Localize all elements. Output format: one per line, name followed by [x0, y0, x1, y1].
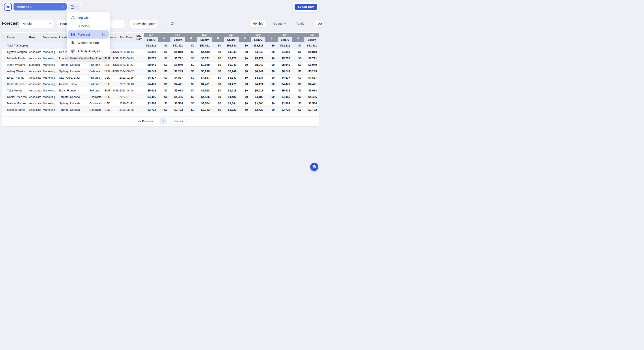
cell-start-date: 2023-08-26: [120, 106, 136, 113]
chat-fab-button[interactable]: [310, 163, 318, 171]
menu-item-label: Forecast: [78, 32, 90, 36]
cell-name: Albert Williams: [2, 61, 29, 68]
column-header-start-date: Start Date: [120, 33, 136, 42]
entity-select[interactable]: People: [18, 19, 54, 28]
salary-subheader: Salary: [197, 37, 212, 42]
cell-location: Sao Paulo, Brazil: [59, 74, 90, 81]
cell-end-date: [136, 61, 144, 68]
cell-delta: $0: [266, 49, 278, 55]
menu-item-org-chart[interactable]: Org Chart: [68, 13, 109, 22]
delta-subheader: Δ: [212, 33, 224, 42]
forecast-icon: [71, 32, 75, 36]
column-header-name: Name: [2, 33, 29, 42]
cell-currency: USD: [104, 74, 120, 81]
table-row[interactable]: Tyler MunozAssociateMarketingParis, Fran…: [2, 87, 319, 94]
page-number[interactable]: 1: [160, 118, 167, 124]
search-button[interactable]: [170, 21, 175, 26]
cell-salary: $5,772: [197, 55, 212, 61]
cell-salary: $5,918: [224, 87, 238, 94]
table-row[interactable]: Cynthia MorganAssociateMarketingSao Paul…: [2, 49, 319, 55]
cell-start-date: 2020-02-22: [120, 100, 136, 106]
salary-subheader: Salary: [224, 37, 238, 42]
cell-name: Michael Burke: [2, 106, 29, 113]
cell-delta: $0: [238, 68, 251, 74]
table-row[interactable]: Erica ThomasAssociateMarketingSao Paulo,…: [2, 74, 319, 81]
delta-subheader: Δ: [158, 33, 170, 42]
cell-salary: $5,918: [144, 87, 158, 94]
cell-delta: $0: [292, 42, 304, 49]
table-row[interactable]: Michelle DavisAssociateMarketingLondon, …: [2, 55, 319, 61]
table-row[interactable]: Krista HerreraAssociateMarketingMumbai, …: [2, 81, 319, 87]
cell-delta: $0: [266, 87, 278, 94]
table-row[interactable]: Melissa BarnesAssociateMarketingSydney, …: [2, 100, 319, 106]
cell-delta: $0: [185, 87, 197, 94]
cell-end-date: [136, 106, 144, 113]
cell-delta: $0: [238, 49, 251, 55]
nav-menu-toggle[interactable]: [68, 3, 81, 10]
previous-page-button[interactable]: << Previous: [135, 118, 156, 124]
cell-delta: $0: [266, 68, 278, 74]
tab-monthly[interactable]: Monthly: [250, 20, 266, 27]
cell-salary: $3,722: [304, 106, 319, 113]
cell-employment: Contractor: [90, 94, 104, 100]
cell-delta: $0: [238, 81, 251, 87]
cell-salary: $8,949: [170, 61, 185, 68]
cell-location: Paris, France: [59, 87, 90, 94]
cell-salary: $5,772: [251, 55, 266, 61]
app-root: scenario 1 Export CSV Forecast Peop: [0, 0, 322, 175]
tab-yearly[interactable]: Yearly: [294, 20, 307, 27]
cell-start-date: 2023-04-08: [120, 87, 136, 94]
export-csv-button[interactable]: Export CSV: [294, 4, 317, 10]
table-row[interactable]: Daniel Price MDAssociateMarketingToronto…: [2, 94, 319, 100]
cell-role: Associate: [29, 100, 43, 106]
show-changes-select[interactable]: Show changes: [129, 19, 158, 28]
forecast-icon: [70, 5, 74, 9]
cell-delta: $0: [185, 55, 197, 61]
table-row[interactable]: Michael BurkeAssociateMarketingToronto, …: [2, 106, 319, 113]
menu-item-workforce-hub[interactable]: Workforce Hub: [68, 38, 109, 47]
cell-salary: $6,249: [251, 68, 266, 74]
app-logo[interactable]: [4, 3, 12, 11]
table-row-total[interactable]: Total (All people)$52,811$0$52,811$0$52,…: [2, 42, 319, 49]
cell-salary: $3,564: [170, 100, 185, 106]
cell-salary: $3,722: [144, 106, 158, 113]
table-row[interactable]: Ashley WeeksAssociateMarketingSydney, Au…: [2, 68, 319, 74]
cell-delta: $0: [292, 94, 304, 100]
menu-item-directory[interactable]: Directory: [68, 22, 109, 30]
month-header: Mar: [197, 33, 212, 37]
cell-department: Marketing: [43, 94, 59, 100]
cell-salary: $4,486: [170, 94, 185, 100]
activity-analysis-icon: [71, 49, 75, 53]
cell-salary: $3,722: [170, 106, 185, 113]
next-page-button[interactable]: Next >>: [170, 118, 186, 124]
delta-subheader: Δ: [292, 33, 304, 42]
cell-delta: $0: [266, 94, 278, 100]
tab-quarterly[interactable]: Quarterly: [271, 20, 288, 27]
cell-salary: $5,918: [197, 87, 212, 94]
filter-button[interactable]: [162, 21, 166, 26]
search-icon: [170, 22, 174, 26]
table-row[interactable]: Albert WilliamsManagerMarketingToronto, …: [2, 61, 319, 68]
cell-salary: $5,772: [170, 55, 185, 61]
menu-item-forecast[interactable]: Forecast: [68, 30, 109, 38]
chevron-down-icon: [154, 22, 156, 25]
cell-delta: $0: [158, 100, 170, 106]
cell-salary: $6,249: [197, 68, 212, 74]
chevron-up-icon: [76, 5, 79, 8]
cell-salary: $4,471: [197, 81, 212, 87]
cell-delta: $0: [212, 68, 224, 74]
scenario-select[interactable]: scenario 1: [14, 3, 67, 10]
cell-department: Marketing: [43, 61, 59, 68]
cell-salary: $3,564: [144, 100, 158, 106]
cell-salary: $4,837: [278, 74, 292, 81]
cell-delta: $0: [266, 81, 278, 87]
cell-delta: $0: [185, 106, 197, 113]
horizontal-scrollbar[interactable]: [2, 116, 319, 117]
year-select[interactable]: 2026: [315, 19, 322, 28]
cell-salary: $4,486: [197, 94, 212, 100]
cell-delta: $0: [266, 74, 278, 81]
cell-location: Mumbai, India: [59, 81, 90, 87]
menu-item-activity-analysis[interactable]: Activity Analysis: [68, 47, 109, 55]
cell-salary: $3,564: [278, 100, 292, 106]
cell-delta: $0: [292, 81, 304, 87]
